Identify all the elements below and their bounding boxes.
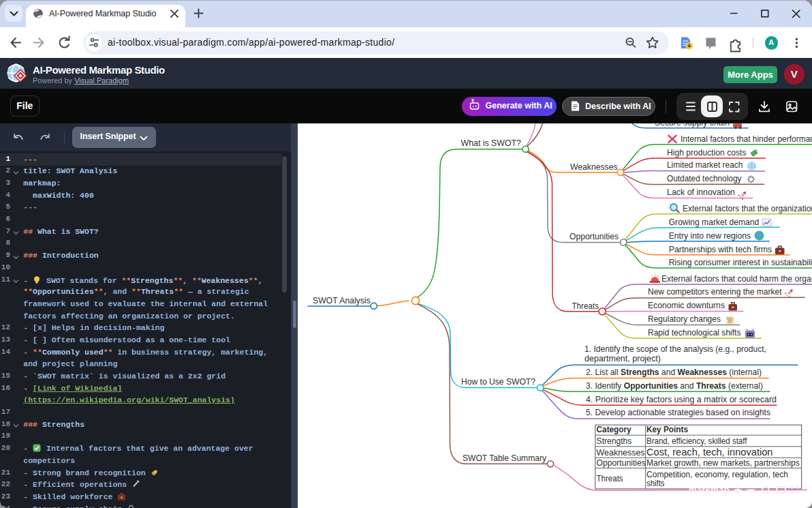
svg-text:Weaknesses: Weaknesses (570, 162, 617, 171)
svg-text:Economic downturns: Economic downturns (648, 301, 725, 310)
svg-text:shifts: shifts (646, 479, 664, 488)
svg-text:Limited market reach: Limited market reach (667, 160, 743, 170)
svg-text:Regulatory changes: Regulatory changes (648, 314, 721, 324)
svg-text:Key Points: Key Points (646, 425, 688, 434)
svg-text:External factors that the orga: External factors that the organization (683, 203, 812, 213)
svg-text:department, project): department, project) (584, 354, 661, 363)
svg-text:Rapid technological shifts: Rapid technological shifts (648, 327, 740, 337)
svg-text:4. Prioritize key factors usin: 4. Prioritize key factors using a matrix… (586, 394, 777, 404)
svg-text:Cost, reach, tech, innovation: Cost, reach, tech, innovation (646, 447, 772, 458)
svg-text:Entry into new regions: Entry into new regions (669, 230, 751, 240)
svg-text:Weaknesses: Weaknesses (597, 448, 645, 458)
svg-text:How to Use SWOT?: How to Use SWOT? (461, 377, 535, 387)
svg-text:Threats: Threats (597, 473, 623, 483)
svg-text:Outdated technology: Outdated technology (667, 174, 742, 183)
svg-text:Market growth, new markets, pa: Market growth, new markets, partnerships (646, 458, 800, 467)
svg-text:Secure supply chain: Secure supply chain (655, 123, 730, 128)
svg-text:2. List all Strengths and Weak: 2. List all Strengths and Weaknesses (in… (586, 368, 762, 377)
svg-text:New competitors entering the m: New competitors entering the market (648, 287, 782, 297)
svg-text:Competition, economy, regulati: Competition, economy, regulation, tech (646, 469, 788, 479)
svg-text:Internal factors that hinder p: Internal factors that hinder performanc (681, 134, 812, 143)
svg-text:1. Identify the scope of the a: 1. Identify the scope of the analysis (e… (584, 344, 766, 354)
svg-text:Opportunities: Opportunities (597, 458, 646, 467)
svg-text:5. Develop actionable strategi: 5. Develop actionable strategies based o… (586, 408, 770, 417)
svg-text:3. Identify Opportunities and: 3. Identify Opportunities and Threats (e… (586, 381, 763, 391)
svg-text:Brand, efficiency, skilled sta: Brand, efficiency, skilled staff (646, 436, 747, 445)
svg-text:High production costs: High production costs (667, 147, 746, 157)
svg-text:Opportunities: Opportunities (569, 232, 619, 241)
svg-text:Threats: Threats (572, 301, 598, 310)
svg-text:Lack of innovation: Lack of innovation (667, 188, 735, 197)
svg-text:Rising consumer interest in su: Rising consumer interest in sustainabili… (669, 257, 812, 267)
svg-text:What is SWOT?: What is SWOT? (461, 138, 522, 148)
svg-text:Strengths: Strengths (597, 436, 632, 445)
svg-text:Partnerships with tech firms: Partnerships with tech firms (669, 244, 772, 254)
svg-text:Growing market demand: Growing market demand (669, 217, 759, 226)
svg-text:SWOT Analysis: SWOT Analysis (313, 295, 371, 305)
svg-text:Category: Category (597, 425, 631, 434)
svg-text:SWOT Table Summary: SWOT Table Summary (463, 453, 547, 462)
svg-text:External factors that could ha: External factors that could harm the org… (661, 274, 812, 284)
svg-text:markmap: markmap (689, 485, 730, 495)
